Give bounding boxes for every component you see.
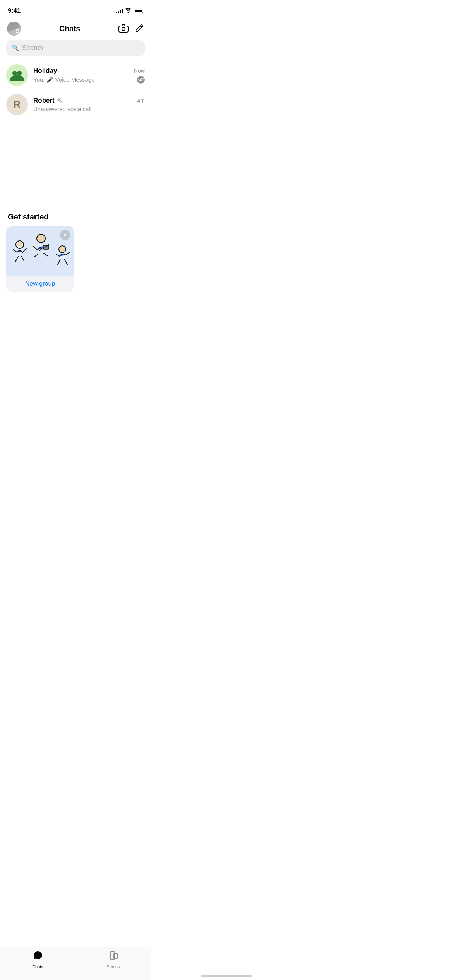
signal-bars-icon xyxy=(116,9,123,13)
camera-icon xyxy=(118,24,129,33)
svg-text:★: ★ xyxy=(60,256,62,259)
chat-time-holiday: Now xyxy=(134,68,145,74)
wifi-icon xyxy=(125,8,131,14)
new-group-card[interactable]: ✕ ★ xyxy=(6,226,74,292)
svg-point-2 xyxy=(6,64,28,86)
search-bar[interactable]: 🔍 Search xyxy=(6,40,145,56)
compose-button[interactable] xyxy=(135,24,144,34)
svg-point-4 xyxy=(17,71,22,75)
chat-time-robert: 4m xyxy=(137,98,145,104)
status-time: 9:41 xyxy=(8,7,21,15)
get-started-label: Get started xyxy=(6,212,145,221)
search-icon: 🔍 xyxy=(12,45,19,51)
header: S Chats xyxy=(0,19,151,40)
svg-rect-0 xyxy=(119,26,128,32)
chat-list: Holiday Now You: 🎤 Voice Message R xyxy=(0,60,151,119)
status-bar: 9:41 xyxy=(0,0,151,19)
mute-icon xyxy=(57,97,63,105)
svg-point-3 xyxy=(12,71,17,75)
chat-name-holiday: Holiday xyxy=(33,67,57,75)
card-close-button[interactable]: ✕ xyxy=(60,230,70,240)
svg-point-1 xyxy=(122,27,125,31)
svg-point-8 xyxy=(17,242,22,247)
svg-text:★: ★ xyxy=(41,251,44,255)
svg-point-10 xyxy=(37,234,45,243)
chat-item-holiday[interactable]: Holiday Now You: 🎤 Voice Message xyxy=(6,60,145,90)
battery-icon xyxy=(134,9,143,13)
chat-item-robert[interactable]: R Robert 4m Unanswered voice call xyxy=(6,90,145,119)
chat-content-robert: Robert 4m Unanswered voice call xyxy=(33,97,145,112)
avatar-letter: S xyxy=(16,28,19,34)
chat-preview-robert: Unanswered voice call xyxy=(33,106,91,112)
chat-avatar-robert: R xyxy=(6,94,28,115)
page-title: Chats xyxy=(59,24,80,33)
chat-content-holiday: Holiday Now You: 🎤 Voice Message xyxy=(33,67,145,84)
status-icons xyxy=(116,8,143,14)
cards-row: ✕ ★ xyxy=(6,226,145,292)
header-actions xyxy=(118,24,144,34)
profile-avatar[interactable]: S xyxy=(7,22,21,36)
compose-icon xyxy=(135,24,144,33)
chat-avatar-holiday xyxy=(6,64,28,86)
camera-button[interactable] xyxy=(118,24,129,34)
svg-text:★: ★ xyxy=(38,250,41,253)
svg-text:★: ★ xyxy=(16,254,19,258)
search-placeholder: Search xyxy=(22,44,43,52)
search-container: 🔍 Search xyxy=(0,40,151,60)
chat-preview-holiday: You: 🎤 Voice Message xyxy=(33,76,95,83)
message-status-icon xyxy=(137,76,145,84)
chat-name-robert: Robert xyxy=(33,97,55,105)
new-group-label: New group xyxy=(6,276,74,287)
svg-point-14 xyxy=(59,246,66,253)
get-started-section: Get started ✕ xyxy=(0,212,151,292)
svg-text:★: ★ xyxy=(63,255,65,259)
